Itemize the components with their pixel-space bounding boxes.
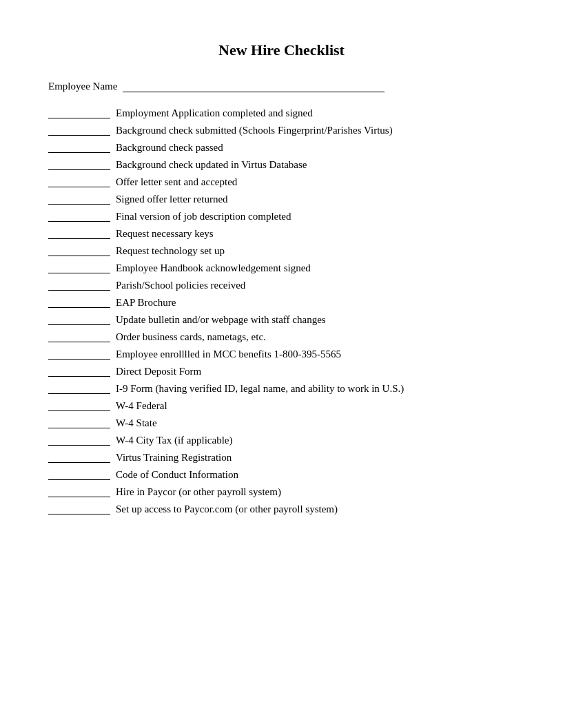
check-line[interactable] [48,399,110,411]
list-item: Background check updated in Virtus Datab… [41,158,522,172]
check-line[interactable] [48,433,110,446]
list-item: Employment Application completed and sig… [41,106,522,121]
list-item: Signed offer letter returned [41,192,522,207]
item-text: W-4 City Tax (if applicable) [116,433,232,448]
item-text: W-4 Federal [116,399,167,413]
check-line[interactable] [48,244,110,256]
item-text: Employment Application completed and sig… [116,106,313,121]
item-text: Set up access to Paycor.com (or other pa… [116,502,338,517]
item-text: Final version of job description complet… [116,209,291,224]
item-text: Parish/School policies received [116,278,245,293]
item-text: Request necessary keys [116,227,214,241]
item-text: EAP Brochure [116,295,176,310]
check-line[interactable] [48,192,110,205]
item-text: Signed offer letter returned [116,192,228,207]
list-item: EAP Brochure [41,295,522,310]
list-item: W-4 Federal [41,399,522,413]
check-line[interactable] [48,485,110,497]
item-text: Order business cards, nametags, etc. [116,330,266,344]
check-line[interactable] [48,450,110,463]
item-text: Virtus Training Registration [116,450,232,465]
check-line[interactable] [48,209,110,222]
item-text: Employee Handbook acknowledgement signed [116,261,311,275]
list-item: Code of Conduct Information [41,468,522,482]
list-item: Background check passed [41,141,522,155]
check-line[interactable] [48,347,110,360]
list-item: Offer letter sent and accepted [41,175,522,189]
checklist: Employment Application completed and sig… [41,106,522,517]
list-item: Order business cards, nametags, etc. [41,330,522,344]
list-item: W-4 State [41,416,522,430]
check-line[interactable] [48,141,110,153]
item-text: Employee enrolllled in MCC benefits 1-80… [116,347,341,362]
list-item: Direct Deposit Form [41,364,522,379]
employee-name-label: Employee Name [48,81,117,92]
item-text: I-9 Form (having verified ID, legal name… [116,382,404,396]
item-text: Background check passed [116,141,223,155]
check-line[interactable] [48,123,110,136]
check-line[interactable] [48,313,110,325]
item-text: Request technology set up [116,244,225,258]
page-title: New Hire Checklist [41,41,522,59]
check-line[interactable] [48,227,110,239]
check-line[interactable] [48,364,110,377]
item-text: W-4 State [116,416,157,430]
list-item: Final version of job description complet… [41,209,522,224]
check-line[interactable] [48,330,110,342]
list-item: I-9 Form (having verified ID, legal name… [41,382,522,396]
employee-name-field[interactable] [123,80,385,92]
check-line[interactable] [48,468,110,480]
check-line[interactable] [48,502,110,514]
list-item: Update bulletin and/or webpage with staf… [41,313,522,327]
list-item: Employee Handbook acknowledgement signed [41,261,522,275]
check-line[interactable] [48,382,110,394]
check-line[interactable] [48,106,110,118]
check-line[interactable] [48,295,110,308]
list-item: Background check submitted (Schools Fing… [41,123,522,138]
item-text: Background check updated in Virtus Datab… [116,158,307,172]
check-line[interactable] [48,158,110,170]
item-text: Offer letter sent and accepted [116,175,237,189]
item-text: Background check submitted (Schools Fing… [116,123,393,138]
list-item: W-4 City Tax (if applicable) [41,433,522,448]
item-text: Direct Deposit Form [116,364,201,379]
check-line[interactable] [48,175,110,187]
check-line[interactable] [48,261,110,273]
item-text: Code of Conduct Information [116,468,238,482]
list-item: Request necessary keys [41,227,522,241]
list-item: Set up access to Paycor.com (or other pa… [41,502,522,517]
list-item: Parish/School policies received [41,278,522,293]
check-line[interactable] [48,278,110,291]
list-item: Hire in Paycor (or other payroll system) [41,485,522,499]
employee-name-row: Employee Name [41,80,522,92]
list-item: Employee enrolllled in MCC benefits 1-80… [41,347,522,362]
item-text: Update bulletin and/or webpage with staf… [116,313,326,327]
item-text: Hire in Paycor (or other payroll system) [116,485,281,499]
check-line[interactable] [48,416,110,428]
list-item: Request technology set up [41,244,522,258]
list-item: Virtus Training Registration [41,450,522,465]
